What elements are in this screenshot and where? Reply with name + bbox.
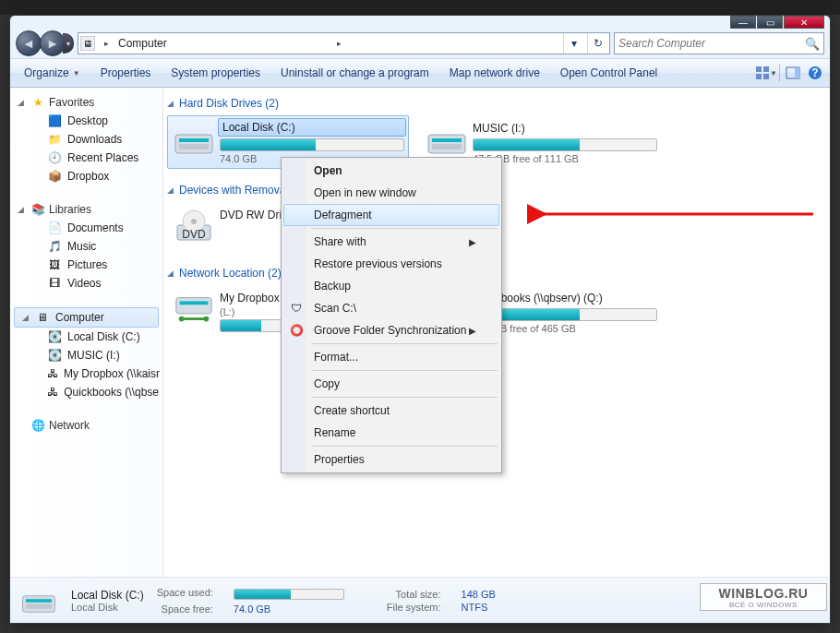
libraries-header[interactable]: ◢📚Libraries <box>10 200 162 219</box>
submenu-arrow-icon: ▶ <box>469 326 476 336</box>
menu-item-label: Share with <box>314 235 366 248</box>
computer-icon: 🖥 <box>35 310 50 325</box>
collapse-icon: ◢ <box>167 269 174 278</box>
search-box[interactable]: 🔍 <box>614 32 824 54</box>
titlebar: — ▭ ✕ <box>10 16 830 29</box>
svg-text:?: ? <box>811 66 818 79</box>
menu-item-restore-previous-versions[interactable]: Restore previous versions <box>283 253 499 275</box>
menu-item-groove-folder-synchronization[interactable]: Groove Folder Synchronization⭕▶ <box>283 319 499 341</box>
view-options-button[interactable]: ▼ <box>755 62 777 84</box>
details-title: Local Disk (C:) <box>71 589 144 602</box>
menu-item-share-with[interactable]: Share with▶ <box>283 231 499 253</box>
netdrive-icon: 🖧 <box>47 366 58 381</box>
sidebar-item-quickbooks[interactable]: 🖧Quickbooks (\\qbse <box>10 383 162 401</box>
svg-rect-9 <box>179 138 209 142</box>
address-dropdown-icon[interactable]: ▾ <box>563 33 583 54</box>
computer-label: Computer <box>55 311 104 324</box>
sidebar-item-desktop[interactable]: 🟦Desktop <box>10 112 162 130</box>
uninstall-button[interactable]: Uninstall or change a program <box>270 60 439 86</box>
svg-rect-19 <box>180 301 209 305</box>
menu-separator <box>311 228 498 229</box>
menu-item-create-shortcut[interactable]: Create shortcut <box>283 400 499 422</box>
menu-item-open-in-new-window[interactable]: Open in new window <box>283 182 499 204</box>
menu-separator <box>311 446 498 447</box>
svg-rect-1 <box>763 66 769 72</box>
computer-icon: 🖥 <box>80 36 95 51</box>
sidebar-item-music-i[interactable]: 💽MUSIC (I:) <box>10 346 162 364</box>
dvd-icon: DVD <box>172 207 216 247</box>
watermark-title: WINBLOG.RU <box>719 586 809 601</box>
sidebar-item-network[interactable]: 🌐Network <box>10 416 162 435</box>
history-dropdown[interactable]: ▾ <box>63 33 74 54</box>
control-panel-button[interactable]: Open Control Panel <box>550 60 667 86</box>
menu-item-label: Rename <box>314 426 355 439</box>
menu-separator <box>311 370 498 371</box>
group-hdd-header[interactable]: ◢Hard Disk Drives (2) <box>167 93 826 115</box>
menu-item-rename[interactable]: Rename <box>283 422 499 444</box>
capacity-bar <box>473 138 657 151</box>
computer-group: ◢🖥Computer 💽Local Disk (C:) 💽MUSIC (I:) … <box>10 307 162 401</box>
sidebar-item-pictures[interactable]: 🖼Pictures <box>10 256 162 274</box>
sidebar-item-dropbox[interactable]: 📦Dropbox <box>10 167 162 185</box>
favorites-group: ◢★Favorites 🟦Desktop 📁Downloads 🕘Recent … <box>10 93 162 185</box>
menu-item-format[interactable]: Format... <box>283 346 499 368</box>
help-button[interactable]: ? <box>804 62 826 84</box>
netdrive-icon <box>172 290 216 330</box>
breadcrumb-chevron-icon[interactable]: ▸ <box>99 39 114 48</box>
properties-button[interactable]: Properties <box>90 60 162 86</box>
svg-rect-28 <box>26 603 52 608</box>
space-free-label: Space free: <box>157 603 213 615</box>
favorites-icon: ★ <box>30 95 45 110</box>
system-properties-button[interactable]: System properties <box>161 60 270 86</box>
search-input[interactable] <box>618 37 801 50</box>
menu-item-open[interactable]: Open <box>283 160 499 182</box>
collapse-icon: ◢ <box>167 185 174 195</box>
menu-item-defragment[interactable]: Defragment <box>283 204 499 226</box>
sidebar-item-local-c[interactable]: 💽Local Disk (C:) <box>10 328 162 346</box>
collapse-icon: ◢ <box>167 99 174 108</box>
expand-icon: ◢ <box>18 205 24 214</box>
svg-text:DVD: DVD <box>182 228 206 241</box>
sidebar-item-downloads[interactable]: 📁Downloads <box>10 130 162 149</box>
documents-icon: 📄 <box>47 221 62 235</box>
favorites-header[interactable]: ◢★Favorites <box>10 93 162 112</box>
menu-item-properties[interactable]: Properties <box>283 448 499 471</box>
refresh-icon[interactable]: ↻ <box>587 33 607 54</box>
svg-rect-12 <box>432 138 462 142</box>
close-button[interactable]: ✕ <box>784 16 824 29</box>
chevron-down-icon: ▼ <box>73 69 80 78</box>
back-button[interactable]: ◄ <box>16 30 42 56</box>
svg-rect-18 <box>176 298 211 314</box>
breadcrumb-chevron-icon[interactable]: ▸ <box>331 39 347 48</box>
minimize-button[interactable]: — <box>730 16 756 29</box>
menu-item-backup[interactable]: Backup <box>283 275 499 297</box>
submenu-arrow-icon: ▶ <box>469 237 476 247</box>
organize-button[interactable]: Organize ▼ <box>14 60 90 86</box>
downloads-icon: 📁 <box>47 132 62 147</box>
dropbox-icon: 📦 <box>47 169 62 184</box>
svg-point-21 <box>204 316 210 322</box>
network-label: Network <box>49 419 90 432</box>
netdrive-icon: 🖧 <box>47 385 58 400</box>
sidebar-item-documents[interactable]: 📄Documents <box>10 219 162 237</box>
forward-button[interactable]: ► <box>40 30 66 56</box>
address-text: Computer <box>118 37 328 50</box>
details-capacity-bar <box>234 589 344 600</box>
sidebar-item-music[interactable]: 🎵Music <box>10 237 162 256</box>
menu-item-label: Groove Folder Synchronization <box>314 324 466 337</box>
separator <box>779 64 780 82</box>
recent-icon: 🕘 <box>47 150 62 165</box>
menu-item-scan-c[interactable]: Scan C:\🛡 <box>283 297 499 319</box>
sidebar-item-videos[interactable]: 🎞Videos <box>10 274 162 293</box>
menu-item-copy[interactable]: Copy <box>283 373 499 395</box>
address-bar[interactable]: 🖥 ▸ Computer ▸ ▾ ↻ <box>78 32 610 54</box>
sidebar-item-recent[interactable]: 🕘Recent Places <box>10 149 162 167</box>
maximize-button[interactable]: ▭ <box>757 16 783 29</box>
desktop-icon: 🟦 <box>47 113 62 128</box>
sidebar-item-computer[interactable]: ◢🖥Computer <box>14 307 159 328</box>
map-drive-button[interactable]: Map network drive <box>439 60 550 86</box>
watermark-subtitle: ВСЁ О WINDOWS <box>729 601 798 609</box>
preview-pane-button[interactable] <box>782 62 804 84</box>
sidebar-item-mydropbox[interactable]: 🖧My Dropbox (\\kaisr <box>10 364 162 383</box>
svg-point-20 <box>179 316 185 322</box>
